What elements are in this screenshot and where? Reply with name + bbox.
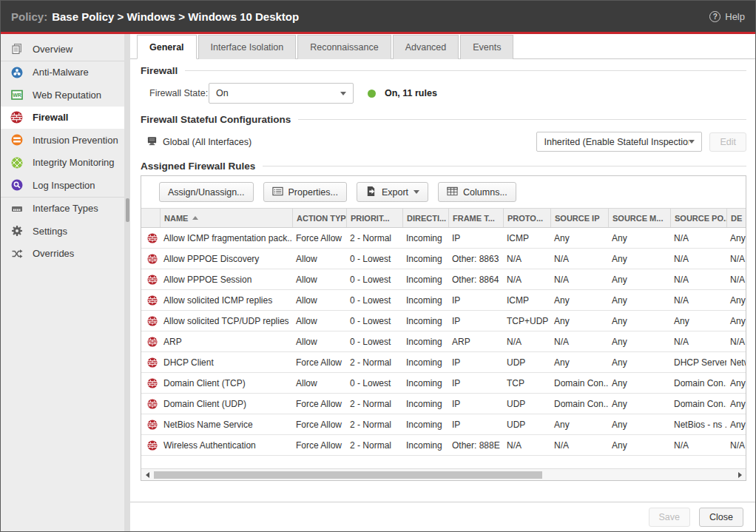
firewall-rule-icon bbox=[141, 275, 160, 285]
sidebar-item-intrusion-prevention[interactable]: Intrusion Prevention bbox=[1, 129, 130, 152]
table-cell: Force Allow bbox=[292, 399, 346, 409]
column-header-protocol[interactable]: PROTO... bbox=[503, 209, 550, 227]
table-cell: Allow solicited TCP/UDP replies bbox=[160, 316, 292, 326]
table-header-row: NAME ACTION TYPE PRIORIT... DIRECTI... F… bbox=[141, 208, 746, 228]
table-cell: Force Allow bbox=[292, 420, 346, 430]
sidebar-item-firewall[interactable]: Firewall bbox=[1, 107, 130, 129]
table-cell: Incoming bbox=[402, 275, 448, 285]
sidebar-item-integrity-monitoring[interactable]: Integrity Monitoring bbox=[1, 152, 130, 175]
tab-reconnaissance[interactable]: Reconnaissance bbox=[297, 35, 391, 59]
table-cell: Netw bbox=[726, 357, 746, 368]
sidebar-item-interface-types[interactable]: Interface Types bbox=[1, 198, 130, 220]
assign-unassign-button[interactable]: Assign/Unassign... bbox=[159, 182, 254, 202]
table-cell: N/A bbox=[503, 440, 550, 451]
sidebar-item-label: Web Reputation bbox=[33, 90, 101, 101]
sidebar-item-web-reputation[interactable]: WR Web Reputation bbox=[1, 84, 130, 107]
table-row[interactable]: DHCP ClientForce Allow2 - NormalIncoming… bbox=[141, 352, 746, 373]
close-button[interactable]: Close bbox=[699, 508, 743, 527]
firewall-state-value: On bbox=[216, 88, 229, 98]
table-row[interactable]: Domain Client (UDP)Force Allow2 - Normal… bbox=[141, 394, 746, 414]
column-header-source-ip[interactable]: SOURCE IP bbox=[550, 209, 608, 227]
svg-text:WR: WR bbox=[13, 92, 21, 98]
column-header-frame-type[interactable]: FRAME T... bbox=[448, 209, 503, 227]
tab-general[interactable]: General bbox=[137, 35, 197, 59]
sidebar-item-label: Interface Types bbox=[33, 203, 98, 214]
scroll-right-arrow[interactable] bbox=[736, 471, 743, 479]
table-cell: Allow bbox=[292, 275, 346, 285]
table-cell: Any bbox=[550, 295, 608, 306]
policy-prefix-label: Policy: bbox=[11, 10, 47, 23]
table-cell: N/A bbox=[550, 275, 608, 285]
table-cell: Allow PPPOE Session bbox=[160, 275, 292, 285]
log-inspection-icon bbox=[10, 179, 23, 192]
rules-toolbar: Assign/Unassign... Properties... Export bbox=[141, 176, 746, 208]
horizontal-scrollbar[interactable] bbox=[141, 468, 746, 480]
table-cell: Domain Con... bbox=[670, 378, 726, 388]
sidebar-item-settings[interactable]: Settings bbox=[1, 220, 130, 243]
table-row[interactable]: Allow PPPOE SessionAllow0 - LowestIncomi… bbox=[141, 269, 746, 290]
column-header-name[interactable]: NAME bbox=[160, 209, 292, 227]
table-row[interactable]: Wireless AuthenticationForce Allow2 - No… bbox=[141, 435, 746, 456]
column-header-direction[interactable]: DIRECTI... bbox=[402, 209, 448, 227]
table-cell: ARP bbox=[160, 337, 292, 347]
table-cell: N/A bbox=[550, 440, 608, 451]
tab-interface-isolation[interactable]: Interface Isolation bbox=[198, 35, 297, 59]
export-button[interactable]: Export bbox=[357, 182, 428, 202]
table-row[interactable]: NetBios Name ServiceForce Allow2 - Norma… bbox=[141, 414, 746, 435]
table-empty-area bbox=[141, 456, 746, 468]
save-button[interactable]: Save bbox=[649, 508, 691, 527]
firewall-state-dropdown[interactable]: On bbox=[209, 83, 354, 104]
sidebar-item-anti-malware[interactable]: Anti-Malware bbox=[1, 61, 130, 84]
table-cell: IP bbox=[448, 316, 503, 326]
column-header-source-port[interactable]: SOURCE PO... bbox=[670, 209, 726, 227]
tab-events[interactable]: Events bbox=[460, 35, 513, 59]
table-cell: ARP bbox=[448, 337, 503, 347]
sidebar-scrollbar-thumb[interactable] bbox=[126, 198, 129, 222]
table-row[interactable]: Allow PPPOE DiscoveryAllow0 - LowestInco… bbox=[141, 249, 746, 269]
table-cell: Any bbox=[608, 316, 670, 326]
chevron-down-icon bbox=[689, 140, 695, 144]
table-row[interactable]: Allow solicited ICMP repliesAllow0 - Low… bbox=[141, 290, 746, 311]
table-cell: N/A bbox=[670, 254, 726, 264]
section-title: Firewall bbox=[141, 65, 178, 76]
sidebar-item-log-inspection[interactable]: Log Inspection bbox=[1, 174, 130, 197]
table-cell: 0 - Lowest bbox=[346, 316, 402, 326]
table-cell: Any bbox=[550, 233, 608, 243]
table-cell: Domain Con... bbox=[550, 378, 608, 388]
scope-label: Global (All Interfaces) bbox=[163, 137, 252, 147]
table-cell: Any bbox=[608, 254, 670, 264]
help-label: Help bbox=[725, 11, 745, 22]
table-cell: Any bbox=[608, 275, 670, 285]
columns-button[interactable]: Columns... bbox=[438, 182, 516, 202]
status-dot bbox=[368, 90, 376, 98]
sidebar-scrollbar-track[interactable] bbox=[124, 34, 130, 531]
sidebar-item-overview[interactable]: Overview bbox=[1, 38, 130, 61]
properties-button[interactable]: Properties... bbox=[263, 182, 347, 202]
scroll-left-arrow[interactable] bbox=[144, 471, 151, 479]
column-header-source-mac[interactable]: SOURCE M... bbox=[608, 209, 670, 227]
section-divider-line bbox=[263, 166, 746, 166]
overview-icon bbox=[10, 43, 23, 55]
tab-advanced[interactable]: Advanced bbox=[393, 35, 459, 59]
global-interfaces-scope: Global (All Interfaces) bbox=[146, 135, 252, 149]
table-cell: Domain Con... bbox=[670, 399, 726, 409]
sidebar-item-overrides[interactable]: Overrides bbox=[1, 243, 130, 266]
shuffle-icon bbox=[10, 247, 23, 260]
table-cell: Domain Client (UDP) bbox=[160, 399, 292, 409]
table-cell: 0 - Lowest bbox=[346, 378, 402, 388]
stateful-config-dropdown[interactable]: Inherited (Enable Stateful Inspection) bbox=[536, 132, 702, 152]
table-row[interactable]: Domain Client (TCP)Allow0 - LowestIncomi… bbox=[141, 373, 746, 394]
help-button[interactable]: ? Help bbox=[709, 11, 745, 22]
edit-button[interactable]: Edit bbox=[709, 132, 746, 152]
table-row[interactable]: Allow solicited TCP/UDP repliesAllow0 - … bbox=[141, 311, 746, 331]
column-header-priority[interactable]: PRIORIT... bbox=[346, 209, 402, 227]
firewall-icon bbox=[10, 111, 23, 124]
scrollbar-thumb[interactable] bbox=[154, 471, 542, 479]
table-cell: Incoming bbox=[402, 357, 448, 368]
column-header-destination[interactable]: DE bbox=[726, 209, 746, 227]
table-row[interactable]: Allow ICMP fragmentation pack...Force Al… bbox=[141, 228, 746, 249]
column-header-action-type[interactable]: ACTION TYPE bbox=[292, 209, 346, 227]
table-cell: Any bbox=[726, 295, 746, 306]
table-row[interactable]: ARPAllow0 - LowestIncomingARPN/AN/AAnyN/… bbox=[141, 331, 746, 352]
stateful-config-row: Global (All Interfaces) Inherited (Enabl… bbox=[146, 132, 746, 152]
